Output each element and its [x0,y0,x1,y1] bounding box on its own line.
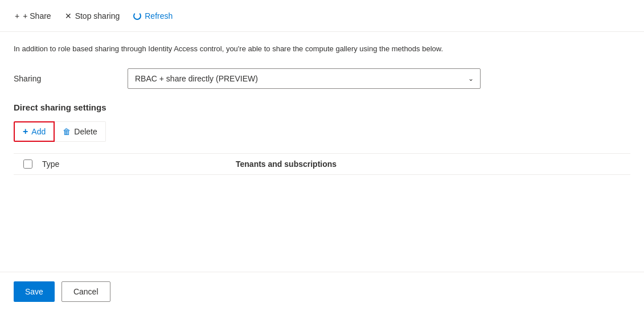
stop-sharing-button[interactable]: ✕ Stop sharing [59,8,126,24]
type-column-header: Type [42,159,236,169]
add-plus-icon: + [23,126,28,137]
stop-sharing-label: Stop sharing [75,11,120,21]
select-all-checkbox[interactable] [23,159,32,169]
sharing-label: Sharing [14,74,128,83]
cancel-button[interactable]: Cancel [61,281,110,302]
add-button[interactable]: + Add [14,121,55,142]
direct-sharing-section: Direct sharing settings + Add 🗑 Delete T… [14,103,630,175]
save-button[interactable]: Save [14,281,55,302]
add-label: Add [31,127,46,136]
action-bar: + Add 🗑 Delete [14,121,630,142]
table-header: Type Tenants and subscriptions [14,154,630,175]
refresh-button[interactable]: Refresh [128,8,178,24]
refresh-label: Refresh [145,11,173,21]
header-checkbox-cell [14,159,42,169]
data-table: Type Tenants and subscriptions [14,153,630,175]
sharing-field-row: Sharing RBAC + share directly (PREVIEW) … [14,68,630,89]
trash-icon: 🗑 [63,127,71,136]
tenants-column-header: Tenants and subscriptions [236,159,630,169]
footer: Save Cancel [0,272,644,311]
description-text: In addition to role based sharing throug… [14,43,630,55]
toolbar: + + Share ✕ Stop sharing Refresh [0,0,644,32]
delete-label: Delete [74,127,97,136]
sharing-dropdown-wrapper: RBAC + share directly (PREVIEW) RBAC onl… [128,68,481,89]
share-label: + Share [23,11,51,21]
content-area: In addition to role based sharing throug… [0,32,644,186]
delete-button[interactable]: 🗑 Delete [55,121,105,142]
refresh-icon [133,12,141,20]
sharing-dropdown[interactable]: RBAC + share directly (PREVIEW) RBAC onl… [128,68,481,89]
x-icon: ✕ [65,11,72,21]
share-button[interactable]: + + Share [9,8,57,24]
plus-icon: + [15,11,19,21]
section-title: Direct sharing settings [14,103,630,112]
